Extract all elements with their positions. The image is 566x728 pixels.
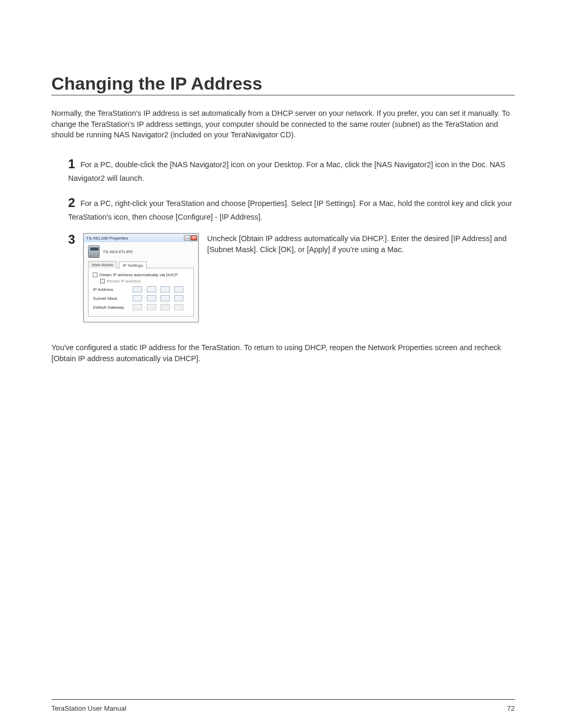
step-3: 3 TS-XEL108 Properties — × TS-XE4.0TL/R5…: [68, 233, 515, 322]
footer-manual-title: TeraStation User Manual: [51, 704, 126, 712]
ip-address-label: IP Address: [93, 287, 130, 292]
step-3-text: Uncheck [Obtain IP address automatically…: [207, 233, 515, 255]
subnet-mask-input[interactable]: . . .: [133, 295, 183, 301]
step-2-number: 2: [68, 195, 75, 210]
properties-dialog: TS-XEL108 Properties — × TS-XE4.0TL/R5 W…: [83, 233, 199, 322]
default-gateway-input[interactable]: . . .: [133, 304, 183, 310]
ip-address-row: IP Address . . .: [93, 286, 189, 292]
close-icon[interactable]: ×: [191, 235, 197, 241]
dhcp-checkbox-label: Obtain IP address automatically via DHCP: [99, 273, 178, 277]
step-2: 2 For a PC, right-click your TeraStation…: [68, 194, 515, 223]
renew-ip-checkbox-row: Renew IP address: [100, 279, 189, 284]
page-title: Changing the IP Address: [51, 73, 515, 95]
ip-address-input[interactable]: . . .: [133, 286, 183, 292]
step-1: 1 For a PC, double-click the [NAS Naviga…: [68, 155, 515, 184]
renew-ip-checkbox-label: Renew IP address: [106, 279, 140, 284]
closing-paragraph: You've configured a static IP address fo…: [51, 342, 515, 364]
subnet-mask-row: Subnet Mask . . .: [93, 295, 189, 301]
default-gateway-label: Default Gateway: [93, 305, 130, 310]
tabs: Web Admin IP Settings: [88, 261, 194, 268]
step-2-text: For a PC, right-click your TeraStation a…: [68, 199, 512, 221]
step-3-number: 3: [68, 233, 75, 246]
step-1-number: 1: [68, 157, 75, 171]
page-footer: TeraStation User Manual 72: [51, 704, 515, 712]
minimize-icon[interactable]: —: [184, 235, 190, 241]
step-1-text: For a PC, double-click the [NAS Navigato…: [68, 160, 505, 182]
document-page: Changing the IP Address Normally, the Te…: [0, 0, 566, 364]
dialog-body: TS-XE4.0TL/R5 Web Admin IP Settings Obta…: [84, 242, 198, 322]
default-gateway-row: Default Gateway . . .: [93, 304, 189, 310]
renew-ip-checkbox: [100, 279, 105, 284]
window-controls: — ×: [184, 235, 197, 241]
tab-web-admin[interactable]: Web Admin: [88, 261, 117, 268]
device-row: TS-XE4.0TL/R5: [88, 245, 194, 258]
footer-page-number: 72: [507, 704, 515, 712]
dialog-title: TS-XEL108 Properties: [86, 236, 128, 241]
subnet-mask-label: Subnet Mask: [93, 296, 130, 301]
dialog-titlebar: TS-XEL108 Properties — ×: [84, 234, 198, 242]
device-name-label: TS-XE4.0TL/R5: [103, 249, 132, 254]
intro-paragraph: Normally, the TeraStation's IP address i…: [51, 108, 515, 140]
footer-separator: [51, 699, 515, 700]
nas-device-icon: [88, 245, 100, 258]
dhcp-checkbox-row: Obtain IP address automatically via DHCP: [93, 273, 189, 277]
dhcp-checkbox[interactable]: [93, 273, 97, 277]
tab-ip-settings[interactable]: IP Settings: [119, 262, 147, 269]
tab-panel-ip-settings: Obtain IP address automatically via DHCP…: [88, 268, 194, 317]
